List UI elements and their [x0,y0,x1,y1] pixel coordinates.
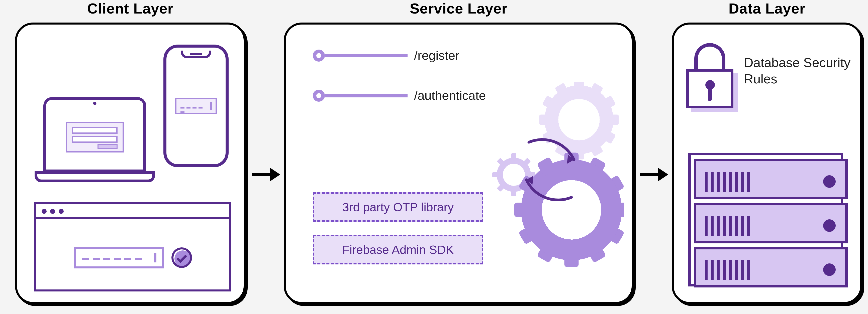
otp-library-label: 3rd party OTP library [342,200,454,214]
otp-library-box: 3rd party OTP library [313,192,483,222]
firebase-admin-box: Firebase Admin SDK [313,235,483,265]
endpoint-authenticate: /authenticate [313,90,486,102]
arrow-service-to-data [640,173,668,176]
security-rules-label: Database Security Rules [744,55,859,87]
server-unit-icon [694,247,848,287]
server-unit-icon [694,203,848,243]
endpoint-node-icon [313,90,325,102]
title-service: Service Layer [284,0,633,18]
endpoint-register-label: /register [414,48,460,63]
endpoint-authenticate-label: /authenticate [414,89,486,103]
architecture-diagram: Client Layer Service Layer Data Layer [0,0,868,314]
lock-icon [686,43,739,108]
server-stack-icon [694,159,848,291]
server-unit-icon [694,159,848,199]
arrow-client-to-service [252,173,280,176]
check-circle-icon [172,247,192,268]
browser-icon [34,202,231,291]
client-layer-card [15,23,246,304]
card-surface: Database Security Rules [672,23,862,304]
data-layer-card: Database Security Rules [672,23,862,304]
svg-rect-3 [511,153,516,160]
title-data: Data Layer [672,0,862,18]
svg-rect-4 [511,190,516,196]
title-client: Client Layer [15,0,246,18]
endpoint-node-icon [313,49,325,62]
phone-otp-field-icon [175,98,217,114]
gears-icon [484,82,624,268]
firebase-admin-label: Firebase Admin SDK [342,243,454,257]
service-layer-card: /register /authenticate 3rd party OTP li… [284,23,633,304]
card-surface [15,23,246,304]
endpoint-register: /register [313,49,460,62]
svg-rect-5 [492,172,499,177]
card-surface: /register /authenticate 3rd party OTP li… [284,23,633,304]
browser-otp-field-icon [74,247,164,269]
login-form-icon [66,122,124,152]
phone-icon [163,44,228,167]
laptop-icon [35,97,155,187]
